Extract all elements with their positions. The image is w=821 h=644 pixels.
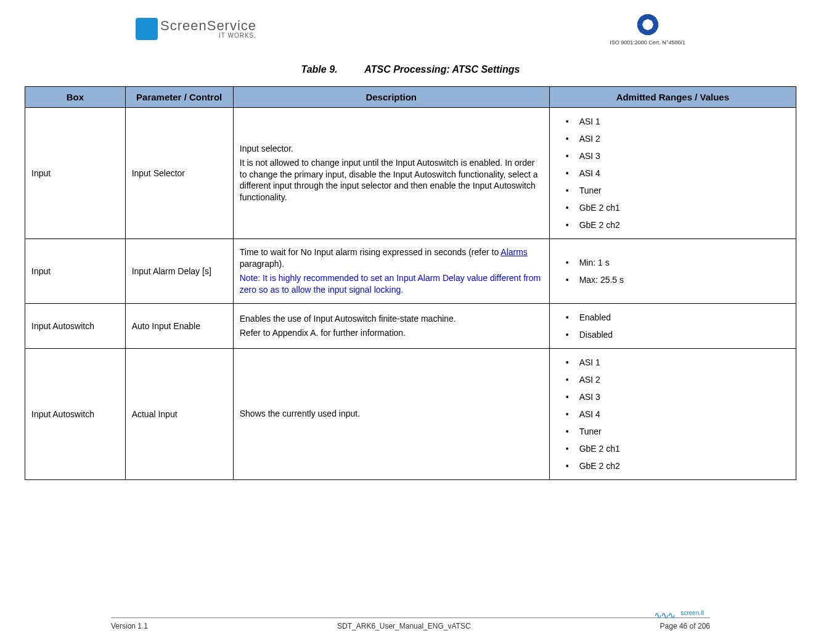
- desc-line: Refer to Appendix A. for further informa…: [240, 327, 543, 339]
- footer-brand: screen.it: [680, 609, 704, 616]
- cell-param: Input Selector: [125, 108, 233, 239]
- table-title: Table 9. ATSC Processing: ATSC Settings: [25, 64, 796, 75]
- cell-box: Input Autoswitch: [25, 348, 126, 479]
- footer-page: Page 46 of 206: [660, 622, 710, 630]
- table-number: Table 9.: [301, 64, 337, 75]
- cell-box: Input: [25, 108, 126, 239]
- col-values: Admitted Ranges / Values: [549, 87, 796, 108]
- desc-text: Time to wait for No Input alarm rising e…: [240, 247, 501, 257]
- col-desc: Description: [233, 87, 549, 108]
- cell-desc: Time to wait for No Input alarm rising e…: [233, 239, 549, 304]
- desc-line: Time to wait for No Input alarm rising e…: [240, 247, 543, 270]
- logo-icon: [136, 18, 158, 40]
- value-item: Enabled: [562, 309, 790, 326]
- value-item: ASI 4: [562, 406, 790, 423]
- value-item: ASI 4: [562, 165, 790, 182]
- cell-values: ASI 1 ASI 2 ASI 3 ASI 4 Tuner GbE 2 ch1 …: [549, 108, 796, 239]
- table-row: Input Input Alarm Delay [s] Time to wait…: [25, 239, 796, 304]
- cell-desc: Shows the currently used input.: [233, 348, 549, 479]
- value-item: Tuner: [562, 182, 790, 199]
- table-row: Input Input Selector Input selector. It …: [25, 108, 796, 239]
- table-header-row: Box Parameter / Control Description Admi…: [25, 87, 796, 108]
- cell-param: Auto Input Enable: [125, 303, 233, 348]
- cell-desc: Input selector. It is not allowed to cha…: [233, 108, 549, 239]
- desc-line: Input selector.: [240, 143, 543, 155]
- value-item: Tuner: [562, 423, 790, 440]
- table-caption: ATSC Processing: ATSC Settings: [364, 64, 520, 75]
- col-param: Parameter / Control: [125, 87, 233, 108]
- value-item: ASI 2: [562, 371, 790, 388]
- logo-text: ScreenService IT WORKS.: [160, 19, 256, 39]
- table-row: Input Autoswitch Auto Input Enable Enabl…: [25, 303, 796, 348]
- desc-line: Enables the use of Input Autoswitch fini…: [240, 313, 543, 325]
- value-item: ASI 2: [562, 130, 790, 147]
- footer-docname: SDT_ARK6_User_Manual_ENG_vATSC: [337, 622, 471, 630]
- footer-signature: ∿∿∿ screen.it: [654, 609, 704, 621]
- footer-version: Version 1.1: [111, 622, 148, 630]
- value-item: GbE 2 ch1: [562, 199, 790, 216]
- cell-desc: Enables the use of Input Autoswitch fini…: [233, 303, 549, 348]
- cell-param: Input Alarm Delay [s]: [125, 239, 233, 304]
- col-box: Box: [25, 87, 126, 108]
- cell-values: ASI 1 ASI 2 ASI 3 ASI 4 Tuner GbE 2 ch1 …: [549, 348, 796, 479]
- cell-box: Input Autoswitch: [25, 303, 126, 348]
- wave-icon: ∿∿∿: [654, 610, 674, 621]
- footer-row: Version 1.1 SDT_ARK6_User_Manual_ENG_vAT…: [25, 622, 796, 630]
- cell-values: Min: 1 s Max: 25.5 s: [549, 239, 796, 304]
- value-item: GbE 2 ch2: [562, 216, 790, 234]
- value-item: Disabled: [562, 326, 790, 343]
- page-footer: ∿∿∿ screen.it Version 1.1 SDT_ARK6_User_…: [25, 618, 796, 630]
- table-row: Input Autoswitch Actual Input Shows the …: [25, 348, 796, 479]
- value-item: ASI 3: [562, 147, 790, 165]
- logo-left: ScreenService IT WORKS.: [136, 18, 256, 40]
- page-header: ScreenService IT WORKS. ISO 9001:2000 Ce…: [25, 12, 796, 46]
- value-item: GbE 2 ch2: [562, 457, 790, 475]
- logo-main-text: ScreenService: [160, 19, 256, 33]
- cell-box: Input: [25, 239, 126, 304]
- settings-table: Box Parameter / Control Description Admi…: [25, 86, 796, 480]
- cell-param: Actual Input: [125, 348, 233, 479]
- value-item: GbE 2 ch1: [562, 440, 790, 457]
- logo-right: ISO 9001:2000 Cert. N°4500/1: [610, 12, 685, 46]
- value-item: ASI 1: [562, 113, 790, 130]
- value-item: Min: 1 s: [562, 254, 790, 271]
- value-item: ASI 3: [562, 388, 790, 406]
- logo-sub-text: IT WORKS.: [160, 33, 256, 39]
- desc-line: It is not allowed to change input until …: [240, 157, 543, 204]
- iso-text: ISO 9001:2000 Cert. N°4500/1: [610, 39, 685, 46]
- iso-badge-icon: [635, 12, 660, 37]
- footer-divider: ∿∿∿ screen.it: [111, 618, 710, 618]
- value-item: ASI 1: [562, 354, 790, 371]
- cell-values: Enabled Disabled: [549, 303, 796, 348]
- desc-note: Note: It is highly recommended to set an…: [240, 272, 543, 296]
- desc-line: Shows the currently used input.: [240, 408, 543, 420]
- value-item: Max: 25.5 s: [562, 271, 790, 288]
- alarms-link[interactable]: Alarms: [500, 247, 528, 257]
- desc-text: paragraph).: [240, 259, 284, 269]
